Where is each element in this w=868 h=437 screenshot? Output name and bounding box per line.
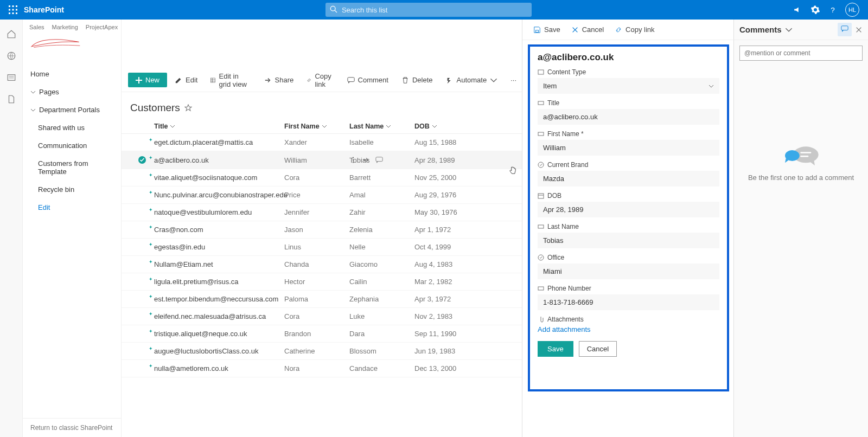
plus-icon — [136, 77, 142, 83]
col-dob[interactable]: DOB — [414, 123, 430, 130]
panel-copylink-label: Copy link — [626, 25, 654, 34]
cell-last: Dara — [349, 330, 414, 338]
edit-grid-label: Edit in grid view — [219, 72, 251, 88]
more-button[interactable]: ··· — [505, 73, 522, 87]
nav-customers-template[interactable]: Customers from Template — [23, 155, 121, 181]
table-row[interactable]: ✦a@aclibero.co.uk William Tobias Apr 28,… — [122, 151, 522, 169]
content-type-select[interactable] — [538, 78, 719, 94]
home-icon[interactable] — [7, 29, 16, 39]
comment-icon[interactable] — [375, 156, 383, 164]
col-first[interactable]: First Name — [284, 123, 320, 130]
svg-rect-42 — [538, 132, 544, 136]
table-row[interactable]: ✦vitae.aliquet@sociisnatoque.com Cora Ba… — [122, 169, 522, 187]
nav-dept[interactable]: Department Portals — [23, 101, 121, 119]
nav-home[interactable]: Home — [23, 65, 121, 83]
col-title[interactable]: Title — [154, 123, 168, 130]
table-row[interactable]: ✦egestas@in.edu Linus Nelle Oct 4, 1999 — [122, 239, 522, 256]
cell-title: ✦Cras@non.com — [154, 226, 284, 234]
nav-communication[interactable]: Communication — [23, 137, 121, 155]
cell-first: William — [284, 156, 349, 164]
table-row[interactable]: ✦augue@luctuslobortisClass.co.uk Catheri… — [122, 343, 522, 360]
table-row[interactable]: ✦est.tempor.bibendum@neccursusa.com Palo… — [122, 291, 522, 308]
settings-icon[interactable] — [810, 5, 820, 15]
comment-input[interactable] — [739, 46, 863, 61]
cell-title: ✦nulla@ametlorem.co.uk — [154, 364, 284, 372]
table-row[interactable]: ✦eleifend.nec.malesuada@atrisus.ca Cora … — [122, 308, 522, 325]
chevron-down-icon[interactable] — [785, 26, 793, 34]
add-attachments-link[interactable]: Add attachments — [538, 325, 719, 333]
table-row[interactable]: ✦eget.dictum.placerat@mattis.ca Xander I… — [122, 134, 522, 151]
edit-grid-button[interactable]: Edit in grid view — [205, 69, 256, 92]
app-launcher[interactable] — [4, 1, 22, 18]
cell-title: ✦Nunc.pulvinar.arcu@conubianostraper.edu — [154, 191, 284, 199]
comment-label: Comment — [358, 76, 388, 84]
share-icon[interactable] — [362, 156, 370, 164]
panel-copylink-button[interactable]: Copy link — [610, 23, 659, 36]
form-save-button[interactable]: Save — [538, 341, 573, 357]
speech-bubble-icon — [841, 25, 848, 33]
nav-edit-link[interactable]: Edit — [23, 198, 121, 216]
cell-first: Cora — [284, 312, 349, 320]
svg-rect-16 — [211, 78, 215, 82]
star-icon[interactable] — [184, 104, 192, 112]
cell-first: Xander — [284, 138, 349, 146]
chevron-down-icon — [170, 124, 175, 129]
svg-line-10 — [335, 10, 337, 12]
search-input[interactable] — [326, 3, 532, 17]
phone-input[interactable] — [538, 294, 719, 310]
copy-link-button[interactable]: Copy link — [301, 69, 339, 92]
table-row[interactable]: ✦Cras@non.com Jason Zelenia Apr 1, 1972 — [122, 221, 522, 239]
site-tab-sales[interactable]: Sales — [29, 24, 44, 30]
comment-button[interactable]: Comment — [342, 73, 394, 87]
brand-input[interactable] — [538, 171, 719, 187]
close-icon[interactable] — [855, 26, 863, 34]
table-row[interactable]: ✦nulla@ametlorem.co.uk Nora Candace Dec … — [122, 360, 522, 377]
dob-input[interactable] — [538, 202, 719, 217]
checkmark-icon — [138, 156, 146, 164]
nav-pages[interactable]: Pages — [23, 83, 121, 101]
table-row[interactable]: ✦Nullam@Etiam.net Chanda Giacomo Aug 4, … — [122, 256, 522, 273]
nav-shared[interactable]: Shared with us — [23, 119, 121, 137]
new-button[interactable]: New — [128, 73, 167, 87]
site-logo — [29, 33, 114, 54]
panel-save-button[interactable]: Save — [529, 23, 565, 36]
pencil-icon — [175, 76, 182, 84]
site-tab-marketing[interactable]: Marketing — [52, 24, 78, 30]
table-row[interactable]: ✦natoque@vestibulumlorem.edu Jennifer Za… — [122, 204, 522, 221]
more-vertical-icon[interactable] — [349, 156, 357, 164]
svg-rect-13 — [8, 75, 15, 81]
cell-dob: Mar 2, 1982 — [414, 278, 480, 286]
return-classic-label: Return to classic SharePoint — [30, 424, 112, 432]
last-name-input[interactable] — [538, 233, 719, 248]
first-name-input[interactable] — [538, 140, 719, 156]
table-row[interactable]: ✦tristique.aliquet@neque.co.uk Brandon D… — [122, 325, 522, 343]
nav-recycle[interactable]: Recycle bin — [23, 181, 121, 198]
news-icon[interactable] — [7, 73, 16, 82]
comment-icon — [347, 76, 355, 84]
share-button[interactable]: Share — [259, 73, 299, 87]
files-icon[interactable] — [7, 94, 16, 104]
comments-toggle-button[interactable] — [838, 23, 852, 36]
automate-button[interactable]: Automate — [441, 73, 503, 87]
panel-cancel-button[interactable]: Cancel — [567, 23, 608, 36]
site-tab-projectapex[interactable]: ProjectApex — [86, 24, 118, 30]
col-last[interactable]: Last Name — [349, 123, 384, 130]
label-office: Office — [547, 254, 564, 261]
form-cancel-button[interactable]: Cancel — [579, 341, 617, 357]
user-avatar[interactable]: HL — [845, 3, 859, 17]
delete-button[interactable]: Delete — [396, 73, 438, 87]
megaphone-icon[interactable] — [793, 5, 803, 15]
cell-title: ✦vitae.aliquet@sociisnatoque.com — [154, 173, 284, 182]
help-icon[interactable]: ? — [828, 5, 838, 15]
svg-rect-52 — [800, 156, 808, 157]
svg-rect-26 — [376, 157, 382, 162]
globe-icon[interactable] — [7, 51, 16, 61]
table-row[interactable]: ✦ligula.elit.pretium@risus.ca Hector Cai… — [122, 273, 522, 291]
title-input[interactable] — [538, 109, 719, 125]
svg-rect-46 — [538, 225, 544, 228]
table-row[interactable]: ✦Nunc.pulvinar.arcu@conubianostraper.edu… — [122, 187, 522, 204]
link-icon — [307, 76, 311, 84]
office-input[interactable] — [538, 264, 719, 279]
return-classic[interactable]: Return to classic SharePoint — [23, 418, 121, 437]
edit-button[interactable]: Edit — [169, 73, 203, 87]
